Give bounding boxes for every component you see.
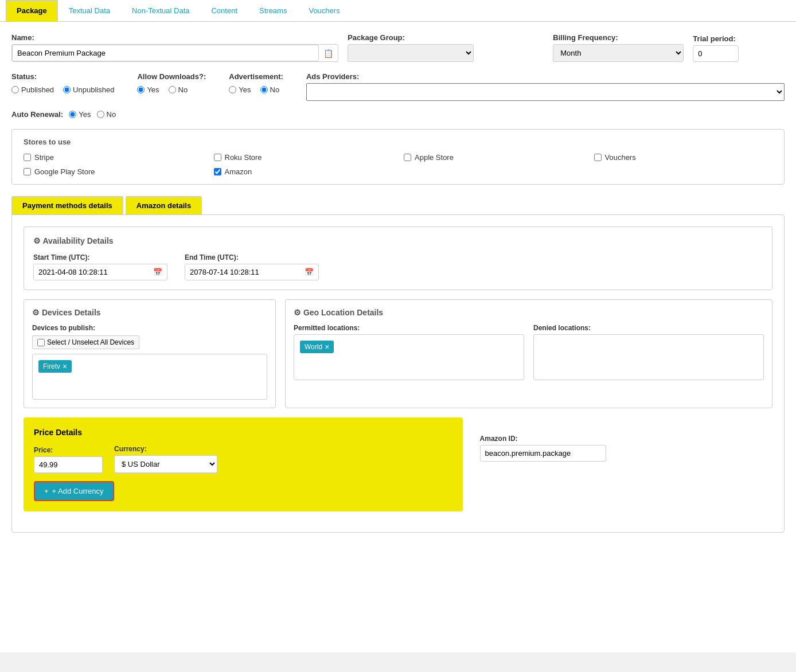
end-time-label: End Time (UTC): <box>185 253 319 261</box>
amazon-id-input[interactable] <box>480 445 606 462</box>
tab-streams[interactable]: Streams <box>248 0 298 21</box>
price-row: Price: Currency: $ US Dollar € Euro £ GB… <box>34 445 452 473</box>
allow-no-option[interactable]: No <box>169 85 188 94</box>
google-label[interactable]: Google Play Store <box>34 167 95 176</box>
world-tag-remove[interactable]: × <box>325 342 329 351</box>
add-currency-icon: + <box>44 487 49 495</box>
tab-package[interactable]: Package <box>6 0 58 21</box>
store-apple: Apple Store <box>404 153 583 162</box>
currency-label: Currency: <box>114 445 217 453</box>
allow-downloads-label: Allow Downloads?: <box>137 72 206 81</box>
permitted-label: Permitted locations: <box>294 324 524 332</box>
price-label: Price: <box>34 446 103 454</box>
billing-group: Billing Frequency: Month Year <box>553 33 684 62</box>
tab-textual-data[interactable]: Textual Data <box>58 0 121 21</box>
add-currency-label: + Add Currency <box>52 487 104 495</box>
ads-providers-label: Ads Providers: <box>306 72 785 81</box>
tab-content[interactable]: Content <box>200 0 248 21</box>
end-time-input[interactable] <box>185 264 300 280</box>
start-calendar-icon[interactable]: 📅 <box>149 264 167 280</box>
tab-non-textual-data[interactable]: Non-Textual Data <box>121 0 200 21</box>
store-roku: Roku Store <box>214 153 393 162</box>
start-time-label: Start Time (UTC): <box>33 253 167 261</box>
name-group: Name: 📋 <box>11 33 338 62</box>
denied-box[interactable] <box>533 334 764 380</box>
price-details-wrapper: Price Details Price: Currency: $ US Doll… <box>24 417 463 521</box>
allow-yes-option[interactable]: Yes <box>137 85 159 94</box>
auto-renewal-no-radio[interactable] <box>97 111 104 118</box>
billing-label: Billing Frequency: <box>553 33 684 42</box>
auto-renewal-yes-option[interactable]: Yes <box>69 110 91 119</box>
start-time-input[interactable] <box>34 264 149 280</box>
geo-section: ⚙ Geo Location Details Permitted locatio… <box>285 299 772 408</box>
store-vouchers: Vouchers <box>594 153 773 162</box>
status-label: Status: <box>11 72 114 81</box>
select-all-devices-button[interactable]: Select / Unselect All Devices <box>32 335 139 349</box>
roku-label[interactable]: Roku Store <box>225 153 262 162</box>
devices-geo-row: ⚙ Devices Details Devices to publish: Se… <box>24 299 772 408</box>
currency-col: Currency: $ US Dollar € Euro £ GBP <box>114 445 217 473</box>
firetv-tag-label: Firetv <box>43 362 60 370</box>
permitted-box[interactable]: World × <box>294 334 524 380</box>
status-published-radio[interactable] <box>11 86 19 93</box>
end-calendar-icon[interactable]: 📅 <box>300 264 318 280</box>
auto-renewal-label: Auto Renewal: <box>11 110 63 119</box>
allow-yes-radio[interactable] <box>137 86 145 93</box>
package-group-select[interactable] <box>348 44 474 62</box>
google-checkbox[interactable] <box>24 168 31 175</box>
adv-no-option[interactable]: No <box>260 85 280 94</box>
name-input-wrap: 📋 <box>11 44 338 62</box>
devices-title: ⚙ Devices Details <box>32 308 267 317</box>
billing-select[interactable]: Month Year <box>553 44 684 62</box>
status-published-option[interactable]: Published <box>11 85 54 94</box>
stripe-label[interactable]: Stripe <box>34 153 54 162</box>
vouchers-label[interactable]: Vouchers <box>605 153 636 162</box>
price-and-amazon: Price Details Price: Currency: $ US Doll… <box>24 417 772 521</box>
adv-no-radio[interactable] <box>260 86 268 93</box>
adv-yes-radio[interactable] <box>229 86 236 93</box>
allow-no-radio[interactable] <box>169 86 176 93</box>
amazon-checkbox[interactable] <box>214 168 221 175</box>
currency-select[interactable]: $ US Dollar € Euro £ GBP <box>114 455 217 473</box>
stripe-checkbox[interactable] <box>24 154 31 161</box>
auto-renewal-yes-radio[interactable] <box>69 111 76 118</box>
status-radio-row: Published Unpublished <box>11 85 114 94</box>
ads-providers-select[interactable] <box>306 83 785 101</box>
price-details-section: Price Details Price: Currency: $ US Doll… <box>24 417 463 511</box>
package-group: Package Group: <box>348 33 544 62</box>
permitted-col: Permitted locations: World × <box>294 324 524 380</box>
select-all-checkbox[interactable] <box>37 339 45 346</box>
status-unpublished-option[interactable]: Unpublished <box>63 85 114 94</box>
vouchers-checkbox[interactable] <box>594 154 602 161</box>
amazon-details-tab[interactable]: Amazon details <box>126 196 202 214</box>
devices-section: ⚙ Devices Details Devices to publish: Se… <box>24 299 276 408</box>
amazon-id-label: Amazon ID: <box>480 435 772 443</box>
adv-yes-option[interactable]: Yes <box>229 85 251 94</box>
price-title: Price Details <box>34 428 452 437</box>
amazon-label[interactable]: Amazon <box>225 167 252 176</box>
copy-icon[interactable]: 📋 <box>319 46 338 60</box>
availability-row: Start Time (UTC): 📅 End Time (UTC): 📅 <box>33 253 763 280</box>
name-label: Name: <box>11 33 338 42</box>
apple-label[interactable]: Apple Store <box>415 153 454 162</box>
end-time-group: End Time (UTC): 📅 <box>185 253 319 280</box>
denied-col: Denied locations: <box>533 324 764 380</box>
allow-downloads-group: Allow Downloads?: Yes No <box>137 72 206 94</box>
apple-checkbox[interactable] <box>404 154 411 161</box>
price-input[interactable] <box>34 456 103 473</box>
roku-checkbox[interactable] <box>214 154 221 161</box>
stores-grid: Stripe Roku Store Apple Store Vouchers G… <box>24 153 772 176</box>
tab-vouchers[interactable]: Vouchers <box>298 0 350 21</box>
status-unpublished-radio[interactable] <box>63 86 71 93</box>
payment-methods-tab[interactable]: Payment methods details <box>11 196 123 214</box>
geo-gear-icon: ⚙ <box>294 308 301 317</box>
firetv-tag-remove[interactable]: × <box>63 362 67 371</box>
name-input[interactable] <box>12 45 319 61</box>
top-form-row: Name: 📋 Package Group: Billing Frequency… <box>11 33 785 62</box>
trial-input[interactable] <box>693 45 739 62</box>
auto-renewal-no-option[interactable]: No <box>97 110 116 119</box>
add-currency-button[interactable]: + + Add Currency <box>34 481 114 501</box>
stores-title: Stores to use <box>24 138 772 146</box>
package-group-label: Package Group: <box>348 33 544 42</box>
geo-title: ⚙ Geo Location Details <box>294 308 764 317</box>
